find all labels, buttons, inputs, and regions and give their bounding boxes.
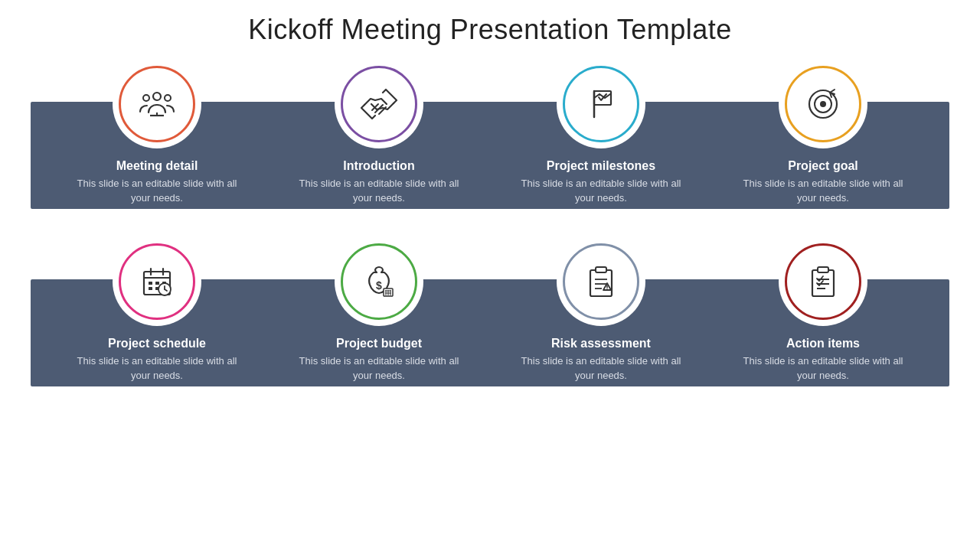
card-project-budget: Project budgetThis slide is an editable … bbox=[295, 237, 463, 383]
risk-icon bbox=[580, 261, 622, 302]
circle-project-goal bbox=[779, 60, 867, 148]
circle-inner-project-budget bbox=[341, 243, 417, 320]
card-text-introduction: IntroductionThis slide is an editable sl… bbox=[295, 159, 463, 206]
cards-row-1: Meeting detailThis slide is an editable … bbox=[31, 60, 949, 206]
card-meeting-detail: Meeting detailThis slide is an editable … bbox=[73, 60, 241, 206]
card-text-project-budget: Project budgetThis slide is an editable … bbox=[295, 337, 463, 383]
card-action-items: Action itemsThis slide is an editable sl… bbox=[739, 237, 907, 383]
card-text-meeting-detail: Meeting detailThis slide is an editable … bbox=[73, 159, 241, 206]
circle-project-budget bbox=[335, 237, 423, 326]
card-title-introduction: Introduction bbox=[295, 159, 463, 173]
card-desc-introduction: This slide is an editable slide with all… bbox=[295, 177, 463, 206]
card-desc-project-schedule: This slide is an editable slide with all… bbox=[73, 354, 241, 383]
circle-action-items bbox=[779, 237, 867, 326]
card-project-milestones: Project milestonesThis slide is an edita… bbox=[517, 60, 685, 206]
card-desc-action-items: This slide is an editable slide with all… bbox=[739, 354, 907, 383]
target-icon bbox=[802, 83, 844, 125]
card-title-project-budget: Project budget bbox=[295, 337, 463, 350]
card-desc-meeting-detail: This slide is an editable slide with all… bbox=[73, 177, 241, 206]
flag-icon bbox=[580, 83, 622, 125]
circle-risk-assessment bbox=[557, 237, 645, 326]
row-1: Meeting detailThis slide is an editable … bbox=[31, 60, 949, 220]
handshake-icon bbox=[358, 83, 400, 125]
circle-meeting-detail bbox=[113, 60, 201, 148]
circle-inner-risk-assessment bbox=[563, 243, 639, 320]
circle-project-schedule bbox=[113, 237, 201, 326]
meeting-icon bbox=[136, 83, 178, 125]
circle-project-milestones bbox=[557, 60, 645, 148]
circle-inner-project-schedule bbox=[119, 243, 195, 320]
card-text-project-milestones: Project milestonesThis slide is an edita… bbox=[517, 159, 685, 206]
circle-inner-action-items bbox=[785, 243, 861, 320]
card-title-meeting-detail: Meeting detail bbox=[73, 159, 241, 173]
circle-inner-project-milestones bbox=[563, 66, 639, 142]
schedule-icon bbox=[136, 261, 178, 302]
circle-introduction bbox=[335, 60, 423, 148]
card-text-project-schedule: Project scheduleThis slide is an editabl… bbox=[73, 337, 241, 383]
card-text-project-goal: Project goalThis slide is an editable sl… bbox=[739, 159, 907, 206]
page-title: Kickoff Meeting Presentation Template bbox=[248, 14, 732, 46]
card-text-risk-assessment: Risk assessmentThis slide is an editable… bbox=[517, 337, 685, 383]
card-desc-project-goal: This slide is an editable slide with all… bbox=[739, 177, 907, 206]
card-title-risk-assessment: Risk assessment bbox=[517, 337, 685, 350]
card-title-project-goal: Project goal bbox=[739, 159, 907, 173]
circle-inner-introduction bbox=[341, 66, 417, 142]
circle-inner-meeting-detail bbox=[119, 66, 195, 142]
card-introduction: IntroductionThis slide is an editable sl… bbox=[295, 60, 463, 206]
row-2: Project scheduleThis slide is an editabl… bbox=[31, 237, 949, 398]
clipboard-icon bbox=[802, 261, 844, 302]
card-text-action-items: Action itemsThis slide is an editable sl… bbox=[739, 337, 907, 383]
card-desc-project-milestones: This slide is an editable slide with all… bbox=[517, 177, 685, 206]
card-title-project-schedule: Project schedule bbox=[73, 337, 241, 350]
card-desc-project-budget: This slide is an editable slide with all… bbox=[295, 354, 463, 383]
circle-inner-project-goal bbox=[785, 66, 861, 142]
card-project-schedule: Project scheduleThis slide is an editabl… bbox=[73, 237, 241, 383]
cards-row-2: Project scheduleThis slide is an editabl… bbox=[31, 237, 949, 383]
budget-icon bbox=[358, 261, 400, 302]
card-desc-risk-assessment: This slide is an editable slide with all… bbox=[517, 354, 685, 383]
card-project-goal: Project goalThis slide is an editable sl… bbox=[739, 60, 907, 206]
card-title-project-milestones: Project milestones bbox=[517, 159, 685, 173]
card-title-action-items: Action items bbox=[739, 337, 907, 350]
card-risk-assessment: Risk assessmentThis slide is an editable… bbox=[517, 237, 685, 383]
